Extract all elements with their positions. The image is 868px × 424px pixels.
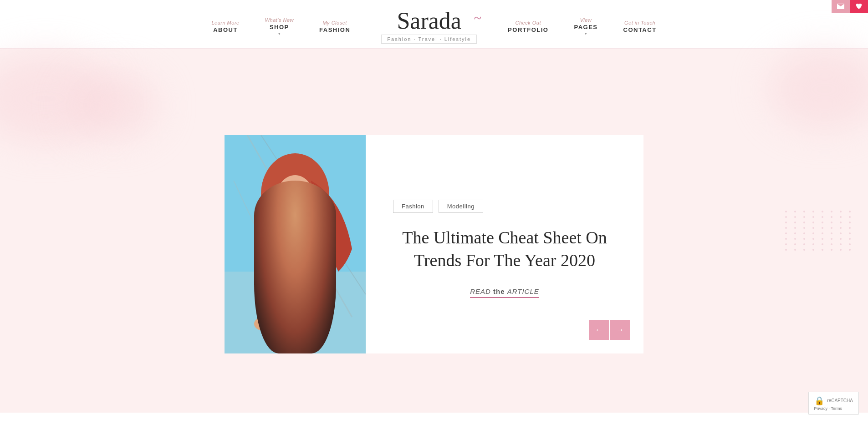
next-article-button[interactable]: →	[610, 320, 630, 340]
nav-shop[interactable]: What's New SHOP ▾	[252, 17, 306, 36]
tag-fashion[interactable]: Fashion	[393, 200, 433, 213]
article-title: The Ultimate Cheat Sheet On Trends For T…	[393, 227, 616, 272]
nav-pages[interactable]: View PAGES ▾	[561, 17, 610, 36]
nav-shop-arrow: ▾	[265, 31, 294, 36]
nav-contact-sub: Get in Touch	[623, 20, 657, 25]
article-content: Fashion Modelling The Ultimate Cheat She…	[357, 135, 643, 353]
nav-shop-sub: What's New	[265, 17, 294, 23]
nav-fashion-sub: My Closet	[319, 20, 350, 25]
heart-button[interactable]	[850, 0, 868, 13]
svg-rect-1	[225, 272, 366, 353]
svg-point-5	[261, 153, 329, 235]
bg-decoration-3	[768, 49, 868, 131]
article-card: Fashion Modelling The Ultimate Cheat She…	[225, 135, 643, 353]
nav-portfolio[interactable]: Check Out PORTFOLIO	[495, 20, 561, 33]
site-header: Learn More ABOUT What's New SHOP ▾ My Cl…	[0, 0, 868, 49]
recaptcha-logo: 🔒	[814, 396, 824, 406]
tag-modelling[interactable]: Modelling	[439, 200, 483, 213]
article-photo	[225, 135, 366, 353]
main-content: // Generate dots document.currentScript.…	[0, 49, 868, 413]
envelope-button[interactable]	[832, 0, 850, 13]
nav-left: Learn More ABOUT What's New SHOP ▾ My Cl…	[199, 17, 363, 36]
svg-point-10	[294, 196, 314, 209]
logo-text: Sarada	[381, 9, 477, 33]
svg-point-8	[259, 258, 332, 313]
svg-rect-11	[296, 201, 304, 203]
svg-point-6	[276, 175, 314, 222]
article-nav-arrows: ← →	[589, 320, 630, 340]
svg-line-12	[272, 200, 276, 202]
svg-rect-7	[287, 219, 303, 237]
svg-point-9	[276, 196, 296, 209]
nav-fashion[interactable]: My Closet FASHION	[306, 20, 363, 33]
bg-decoration-2	[68, 71, 159, 140]
nav-portfolio-sub: Check Out	[508, 20, 548, 25]
site-logo[interactable]: Sarada Fashion · Travel · Lifestyle	[363, 9, 495, 44]
fashion-photo	[225, 135, 366, 353]
recaptcha-label: reCAPTCHA	[827, 398, 853, 403]
nav-about-main: ABOUT	[211, 26, 239, 33]
read-article-link[interactable]: READ the ARTICLE	[470, 288, 539, 298]
nav-pages-sub: View	[574, 17, 597, 23]
nav-pages-main: PAGES	[574, 24, 597, 30]
logo-tagline: Fashion · Travel · Lifestyle	[381, 35, 477, 44]
dots-pattern: // Generate dots document.currentScript.…	[785, 211, 854, 251]
nav-contact-main: CONTACT	[623, 26, 657, 33]
nav-about-sub: Learn More	[211, 20, 239, 25]
prev-article-button[interactable]: ←	[589, 320, 609, 340]
nav-contact[interactable]: Get in Touch CONTACT	[611, 20, 669, 33]
nav-shop-main: SHOP	[265, 24, 294, 30]
nav-portfolio-main: PORTFOLIO	[508, 26, 548, 33]
nav-right: Check Out PORTFOLIO View PAGES ▾ Get in …	[495, 17, 669, 36]
article-tags: Fashion Modelling	[393, 200, 616, 213]
nav-pages-arrow: ▾	[574, 31, 597, 36]
nav-fashion-main: FASHION	[319, 26, 350, 33]
nav-about[interactable]: Learn More ABOUT	[199, 20, 252, 33]
recaptcha-sub: Privacy · Terms	[814, 406, 842, 411]
svg-point-13	[254, 317, 272, 331]
recaptcha-badge: 🔒 reCAPTCHA Privacy · Terms	[808, 392, 859, 413]
top-utility-bar	[832, 0, 868, 13]
